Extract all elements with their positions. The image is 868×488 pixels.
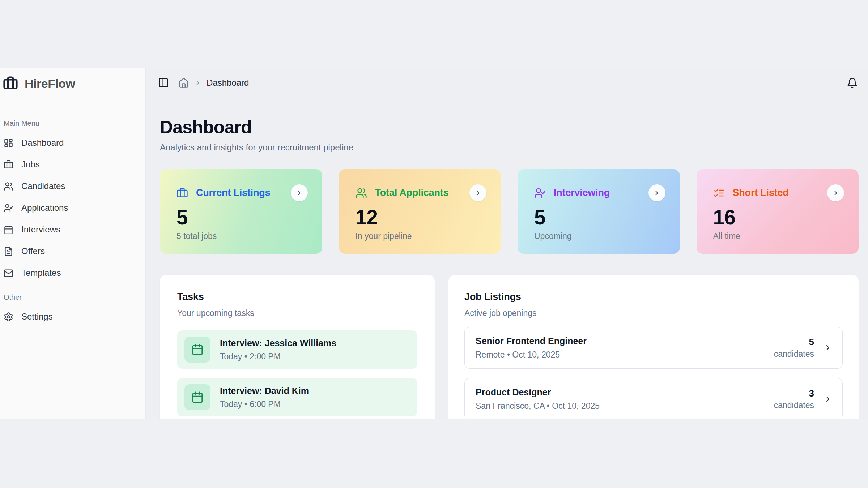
stat-caption: In your pipeline [356, 231, 487, 241]
task-time: Today • 2:00 PM [220, 352, 336, 361]
job-candidates: 5 candidates [774, 337, 814, 359]
list-checks-icon [713, 187, 725, 199]
job-candidates: 3 candidates [774, 388, 814, 410]
stat-label: Interviewing [554, 187, 610, 198]
nav-section-label: Other [3, 293, 140, 301]
job-listings-card: Job Listings Active job openings Senior … [448, 275, 859, 419]
briefcase-icon [176, 187, 188, 199]
chevron-right-icon [295, 189, 303, 197]
task-item[interactable]: Interview: David Kim Today • 6:00 PM [177, 378, 417, 416]
briefcase-icon [3, 76, 18, 91]
stat-card-short-listed[interactable]: Short Listed 16 All time [697, 169, 859, 254]
job-open-button[interactable] [824, 395, 832, 403]
app-window: HireFlow Main Menu Dashboard Jobs Candid… [0, 68, 868, 419]
chevron-right-icon [194, 79, 201, 86]
chevron-right-icon [653, 189, 660, 197]
stat-value: 16 [713, 206, 844, 228]
user-check-icon [534, 187, 546, 199]
job-meta: Remote • Oct 10, 2025 [476, 350, 587, 360]
stat-caption: Upcoming [534, 231, 665, 241]
task-item[interactable]: Interview: Jessica Williams Today • 2:00… [177, 330, 417, 369]
job-row-right: 5 candidates [774, 337, 832, 359]
job-listings-title: Job Listings [464, 291, 843, 303]
panels-row: Tasks Your upcoming tasks Interview: Jes… [160, 275, 859, 419]
breadcrumb[interactable]: Dashboard [207, 78, 249, 88]
sidebar-item-label: Interviews [21, 224, 60, 235]
sidebar-item-settings[interactable]: Settings [3, 306, 140, 328]
mail-icon [4, 268, 13, 278]
sidebar-item-jobs[interactable]: Jobs [3, 154, 140, 175]
stat-arrow-button[interactable] [827, 184, 844, 201]
stat-arrow-button[interactable] [648, 184, 665, 201]
sidebar-item-applications[interactable]: Applications [3, 197, 140, 219]
job-title: Senior Frontend Engineer [476, 336, 587, 346]
briefcase-icon [4, 160, 13, 170]
chevron-right-icon [475, 189, 482, 197]
task-icon-box [184, 384, 210, 410]
job-open-button[interactable] [824, 343, 832, 352]
stat-card-interviewing[interactable]: Interviewing 5 Upcoming [518, 169, 680, 254]
panel-left-icon [158, 77, 169, 88]
stat-label: Short Listed [733, 187, 789, 198]
page-subtitle: Analytics and insights for your recruitm… [160, 142, 859, 153]
sidebar-item-offers[interactable]: Offers [3, 240, 140, 262]
job-row[interactable]: Product Designer San Francisco, CA • Oct… [464, 378, 843, 419]
stat-value: 12 [356, 206, 487, 228]
calendar-icon [191, 343, 204, 356]
job-candidate-label: candidates [774, 349, 814, 359]
home-icon [178, 77, 189, 88]
stat-caption: 5 total jobs [176, 231, 308, 241]
sidebar-item-candidates[interactable]: Candidates [3, 175, 140, 197]
page-title: Dashboard [160, 117, 859, 137]
gear-icon [4, 312, 13, 322]
stat-card-header: Short Listed [713, 184, 844, 201]
stat-arrow-button[interactable] [469, 184, 486, 201]
task-time: Today • 6:00 PM [220, 399, 309, 409]
sidebar-item-templates[interactable]: Templates [3, 262, 140, 284]
users-icon [356, 187, 367, 199]
brand-logo: HireFlow [3, 75, 140, 92]
stat-card-header: Total Applicants [356, 184, 487, 201]
screen: HireFlow Main Menu Dashboard Jobs Candid… [0, 0, 868, 488]
task-title: Interview: David Kim [220, 386, 309, 396]
sidebar-item-label: Candidates [21, 181, 65, 191]
chevron-right-icon [824, 395, 832, 403]
nav-section-label: Main Menu [3, 119, 140, 128]
stat-card-current-listings[interactable]: Current Listings 5 5 total jobs [160, 169, 322, 254]
sidebar: HireFlow Main Menu Dashboard Jobs Candid… [0, 68, 146, 419]
sidebar-item-label: Dashboard [21, 138, 64, 148]
sidebar-item-dashboard[interactable]: Dashboard [3, 132, 140, 154]
job-candidate-count: 5 [774, 337, 814, 348]
task-icon-box [184, 337, 210, 363]
chevron-right-icon [824, 343, 832, 352]
calendar-icon [191, 391, 204, 403]
users-icon [4, 181, 13, 191]
breadcrumb-home-link[interactable] [178, 77, 189, 88]
notifications-button[interactable] [847, 77, 858, 89]
sidebar-item-interviews[interactable]: Interviews [3, 219, 140, 240]
sidebar-item-label: Applications [21, 203, 68, 213]
brand-name: HireFlow [25, 77, 75, 91]
page-content: Dashboard Analytics and insights for you… [146, 98, 868, 419]
task-title: Interview: Jessica Williams [220, 338, 336, 348]
tasks-subtitle: Your upcoming tasks [177, 308, 417, 318]
job-row-right: 3 candidates [774, 388, 832, 410]
other-menu: Settings [3, 306, 140, 328]
stat-card-total-applicants[interactable]: Total Applicants 12 In your pipeline [339, 169, 501, 254]
job-row[interactable]: Senior Frontend Engineer Remote • Oct 10… [464, 327, 843, 369]
stat-arrow-button[interactable] [291, 184, 308, 201]
stat-value: 5 [176, 206, 308, 228]
chevron-right-icon [832, 189, 839, 197]
calendar-icon [4, 225, 13, 235]
job-candidate-label: candidates [774, 401, 814, 410]
stats-row: Current Listings 5 5 total jobs Total Ap… [160, 169, 859, 254]
job-title: Product Designer [476, 387, 600, 398]
bell-icon [847, 77, 858, 89]
job-listings-subtitle: Active job openings [464, 308, 843, 318]
sidebar-item-label: Templates [21, 268, 61, 278]
user-check-icon [4, 203, 13, 213]
stat-card-header: Interviewing [534, 184, 665, 201]
main-area: Dashboard Dashboard Analytics and insigh… [146, 68, 868, 419]
main-menu: Dashboard Jobs Candidates Applications I… [3, 132, 140, 284]
sidebar-toggle-button[interactable] [158, 77, 169, 88]
